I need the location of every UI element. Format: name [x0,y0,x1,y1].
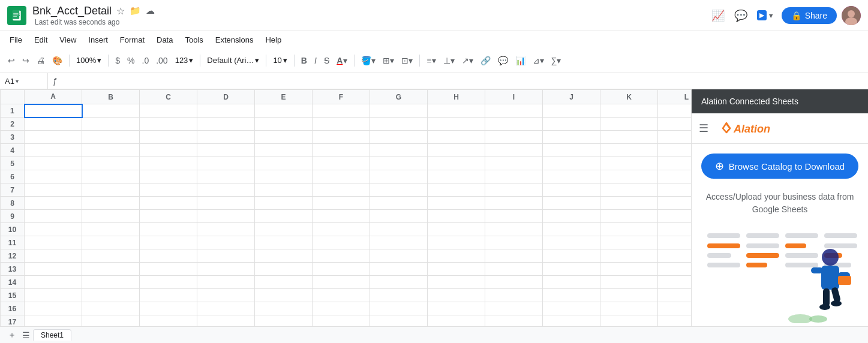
cell-L13[interactable] [658,263,692,276]
cell-F12[interactable] [313,249,370,263]
cell-B7[interactable] [82,183,140,197]
cell-A4[interactable] [25,144,82,157]
menu-file[interactable]: File [5,34,27,46]
print-button[interactable]: 🖨 [34,53,48,68]
cell-D8[interactable] [197,197,255,210]
cell-I10[interactable] [485,223,543,236]
cell-C16[interactable] [140,302,197,315]
formula-input[interactable] [62,77,868,86]
star-icon[interactable]: ☆ [116,5,125,17]
cell-I3[interactable] [485,131,543,144]
cell-E3[interactable] [255,131,313,144]
cell-C14[interactable] [140,276,197,289]
cell-H6[interactable] [428,170,485,183]
cell-A5[interactable] [25,157,82,170]
cell-D2[interactable] [197,118,255,131]
cell-D10[interactable] [197,223,255,236]
cell-D16[interactable] [197,302,255,315]
cell-J16[interactable] [543,302,600,315]
row-header-13[interactable]: 13 [1,263,25,276]
decimal2-button[interactable]: .00 [153,53,170,68]
add-sheet-button[interactable]: ＋ [5,327,19,343]
cell-K13[interactable] [600,263,658,276]
row-header-15[interactable]: 15 [1,289,25,302]
cell-I8[interactable] [485,197,543,210]
cell-L15[interactable] [658,289,692,302]
cell-L7[interactable] [658,183,692,197]
cell-I11[interactable] [485,236,543,249]
cell-I14[interactable] [485,276,543,289]
cell-A14[interactable] [25,276,82,289]
browse-catalog-button[interactable]: ⊕ Browse Catalog to Download [701,154,858,179]
cell-B15[interactable] [82,289,140,302]
cell-F15[interactable] [313,289,370,302]
cell-K7[interactable] [600,183,658,197]
cell-A1[interactable] [25,104,82,118]
cell-L12[interactable] [658,249,692,263]
col-header-G[interactable]: G [370,90,428,104]
cell-G10[interactable] [370,223,428,236]
cell-A13[interactable] [25,263,82,276]
cell-I15[interactable] [485,289,543,302]
menu-edit[interactable]: Edit [29,34,52,46]
row-header-2[interactable]: 2 [1,118,25,131]
cell-G14[interactable] [370,276,428,289]
cell-A2[interactable] [25,118,82,131]
cell-L11[interactable] [658,236,692,249]
row-header-12[interactable]: 12 [1,249,25,263]
cell-I9[interactable] [485,210,543,223]
cell-C17[interactable] [140,315,197,327]
cell-C10[interactable] [140,223,197,236]
cell-B16[interactable] [82,302,140,315]
cell-H14[interactable] [428,276,485,289]
cell-C6[interactable] [140,170,197,183]
meet-icon[interactable]: ▶ ▼ [755,8,777,23]
cell-K3[interactable] [600,131,658,144]
cell-H7[interactable] [428,183,485,197]
cell-I16[interactable] [485,302,543,315]
cell-F1[interactable] [313,104,370,118]
cell-I12[interactable] [485,249,543,263]
zoom-select[interactable]: 100% ▾ [73,54,104,67]
cell-G4[interactable] [370,144,428,157]
cell-D13[interactable] [197,263,255,276]
cell-A16[interactable] [25,302,82,315]
spreadsheet[interactable]: A B C D E F G H I J K L 1234567891011121… [0,89,691,326]
cell-K6[interactable] [600,170,658,183]
cell-K10[interactable] [600,223,658,236]
chart-icon[interactable]: 📈 [709,7,727,25]
cell-L5[interactable] [658,157,692,170]
cell-L14[interactable] [658,276,692,289]
bold-button[interactable]: B [298,53,310,68]
row-header-1[interactable]: 1 [1,104,25,118]
cell-K5[interactable] [600,157,658,170]
sheet-list-button[interactable]: ☰ [19,328,33,342]
cell-A3[interactable] [25,131,82,144]
cell-D11[interactable] [197,236,255,249]
cell-K1[interactable] [600,104,658,118]
cell-B10[interactable] [82,223,140,236]
cell-L1[interactable] [658,104,692,118]
cell-G6[interactable] [370,170,428,183]
cell-J9[interactable] [543,210,600,223]
cell-H1[interactable] [428,104,485,118]
cell-E6[interactable] [255,170,313,183]
cell-G16[interactable] [370,302,428,315]
cell-D12[interactable] [197,249,255,263]
menu-tools[interactable]: Tools [180,34,208,46]
cell-I5[interactable] [485,157,543,170]
cell-E13[interactable] [255,263,313,276]
cell-ref-dropdown[interactable]: ▾ [16,78,19,85]
cell-L16[interactable] [658,302,692,315]
menu-view[interactable]: View [55,34,81,46]
col-header-A[interactable]: A [25,90,82,104]
cell-E11[interactable] [255,236,313,249]
redo-button[interactable]: ↪ [19,53,32,68]
cell-L9[interactable] [658,210,692,223]
cell-B6[interactable] [82,170,140,183]
cell-G9[interactable] [370,210,428,223]
cell-G15[interactable] [370,289,428,302]
cell-F16[interactable] [313,302,370,315]
cell-B14[interactable] [82,276,140,289]
row-header-17[interactable]: 17 [1,315,25,327]
